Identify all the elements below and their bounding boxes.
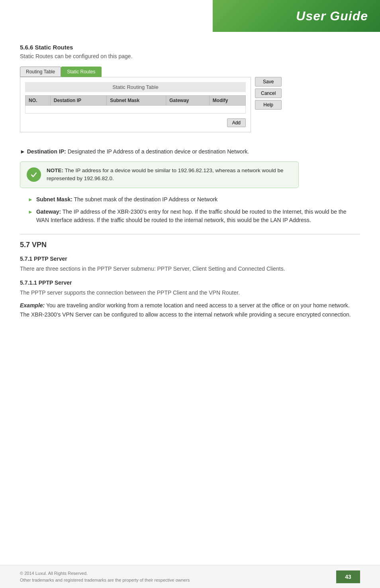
table-header-row: NO. Destation IP Subnet Mask Gateway Mod…	[25, 96, 246, 106]
note-box: NOTE: The IP address for a device would …	[20, 161, 299, 188]
subnet-mask-label: Subnet Mask:	[36, 196, 72, 203]
save-button[interactable]: Save	[255, 77, 282, 87]
bullet-text-1: Subnet Mask: The subnet mask of the dest…	[36, 195, 217, 204]
col-modify: Modify	[209, 96, 245, 106]
cancel-button[interactable]: Cancel	[255, 88, 282, 98]
side-buttons: Save Cancel Help	[255, 77, 282, 110]
note-label: NOTE:	[47, 167, 63, 173]
page-footer: © 2014 Luxul. All Rights Reserved. Other…	[0, 565, 380, 588]
subnet-mask-text: The subnet mask of the destination IP Ad…	[72, 196, 217, 203]
col-no: NO.	[25, 96, 51, 106]
destination-ip-section: ► Destination IP: Designated the IP Addr…	[20, 147, 360, 156]
example-label: Example:	[20, 302, 45, 309]
note-body: The IP address for a device would be sim…	[47, 167, 284, 181]
example-text: Example: You are traveling and/or workin…	[20, 301, 360, 319]
section-566-heading: 5.6.6 Static Routes	[20, 44, 360, 51]
pptp-server-sub-text: The PPTP server supports the connection …	[20, 288, 360, 297]
table-wrapper: Static Routing Table NO. Destation IP Su…	[20, 77, 360, 140]
section-566-subtext: Static Routes can be configured on this …	[20, 53, 360, 59]
static-routing-table-container: Static Routing Table NO. Destation IP Su…	[20, 77, 251, 132]
pptp-server-sub-heading: 5.7.1.1 PPTP Server	[20, 279, 360, 286]
dest-ip-label: Destination IP:	[27, 148, 66, 155]
tab-routing-table[interactable]: Routing Table	[20, 67, 61, 77]
col-destination-ip: Destation IP	[50, 96, 106, 106]
table-title: Static Routing Table	[25, 82, 246, 92]
tab-static-routes[interactable]: Static Routes	[61, 67, 101, 77]
routing-table: NO. Destation IP Subnet Mask Gateway Mod…	[25, 95, 246, 114]
col-gateway: Gateway	[166, 96, 210, 106]
bullet-text-2: Gateway: The IP address of the XBR-2300'…	[36, 208, 360, 224]
gateway-text: The IP address of the XBR-2300's entry f…	[36, 208, 347, 223]
page-header: User Guide	[0, 0, 380, 32]
bullet-list: ► Subnet Mask: The subnet mask of the de…	[28, 195, 360, 224]
note-text: NOTE: The IP address for a device would …	[47, 167, 292, 183]
bullet-subnet-mask: ► Subnet Mask: The subnet mask of the de…	[28, 195, 360, 204]
pptp-server-heading: 5.7.1 PPTP Server	[20, 256, 360, 262]
help-button[interactable]: Help	[255, 100, 282, 110]
col-subnet-mask: Subnet Mask	[107, 96, 166, 106]
example-body: You are traveling and/or working from a …	[20, 302, 351, 317]
header-title: User Guide	[296, 9, 368, 24]
footer-text: © 2014 Luxul. All Rights Reserved. Other…	[20, 570, 190, 583]
bullet-gateway: ► Gateway: The IP address of the XBR-230…	[28, 208, 360, 224]
add-button[interactable]: Add	[227, 118, 246, 127]
footer-trademark: Other trademarks and registered trademar…	[20, 577, 190, 584]
footer-page-number: 43	[336, 570, 360, 583]
checkmark-icon	[27, 167, 41, 182]
pptp-server-text: There are three sections in the PPTP Ser…	[20, 264, 360, 273]
footer-copyright: © 2014 Luxul. All Rights Reserved.	[20, 570, 190, 577]
vpn-heading: 5.7 VPN	[20, 234, 360, 249]
tabs-row: Routing Table Static Routes	[20, 67, 360, 77]
gateway-label: Gateway:	[36, 208, 61, 215]
bullet-arrow-1: ►	[28, 196, 33, 204]
bullet-arrow-2: ►	[28, 208, 33, 216]
main-content: 5.6.6 Static Routes Static Routes can be…	[0, 32, 380, 570]
dest-ip-text: Designated the IP Address of a destinati…	[66, 148, 249, 155]
table-empty-row	[25, 106, 246, 114]
header-brand: User Guide	[213, 0, 380, 32]
